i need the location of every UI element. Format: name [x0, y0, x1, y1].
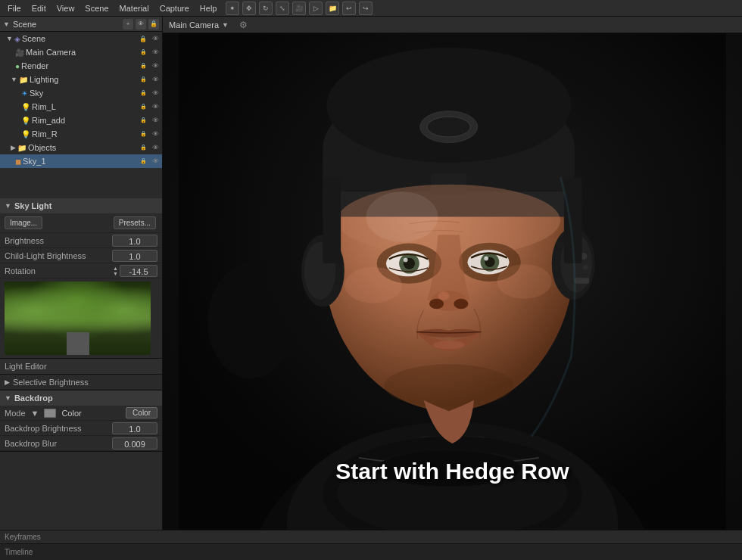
- scene-tree-expand-icon: ▼: [3, 20, 10, 28]
- rim-r-eye-icon[interactable]: 👁: [150, 129, 161, 139]
- brightness-label: Brightness: [5, 236, 112, 245]
- selective-brightness-row[interactable]: ▶ Selective Brightness: [0, 375, 162, 390]
- rim-l-eye-icon[interactable]: 👁: [150, 101, 161, 112]
- rotation-row: Rotation ▲ ▼ -14.5: [0, 263, 162, 278]
- viewport-settings-icon[interactable]: ⚙: [238, 19, 250, 31]
- svg-point-38: [497, 264, 551, 299]
- toolbar-icon-4[interactable]: ⤡: [276, 2, 289, 15]
- rim-add-eye-icon[interactable]: 👁: [150, 115, 161, 126]
- toolbar-icon-7[interactable]: 📁: [326, 2, 339, 15]
- tree-add-icon[interactable]: +: [123, 19, 133, 30]
- tree-item-main-camera[interactable]: 🎥 Main Camera 🔒 👁: [0, 45, 162, 59]
- brightness-row: Brightness 1.0: [0, 233, 162, 248]
- backdrop-header[interactable]: ▼ Backdrop: [0, 390, 162, 406]
- tree-item-objects[interactable]: ▶ 📁 Objects 🔒 👁: [0, 141, 162, 154]
- svg-point-44: [366, 191, 438, 242]
- tree-item-sky-label: Sky: [30, 89, 43, 98]
- svg-point-35: [454, 299, 468, 309]
- tree-item-sky-1[interactable]: ◼ Sky_1 🔒 👁: [0, 154, 162, 168]
- rotation-value[interactable]: -14.5: [120, 265, 157, 277]
- bottom-area: Keyframes Timeline: [0, 530, 742, 560]
- viewport-title-text: Main Camera: [169, 20, 219, 30]
- render-eye-icon[interactable]: 👁: [150, 61, 161, 71]
- backdrop-blur-value[interactable]: 0.009: [112, 437, 157, 450]
- sky-light-header[interactable]: ▼ Sky Light: [0, 198, 162, 213]
- toolbar-icon-1[interactable]: ✦: [226, 2, 239, 15]
- tree-item-rim-l[interactable]: 💡 Rim_L 🔒 👁: [0, 100, 162, 114]
- toolbar-icon-8[interactable]: ↩: [342, 2, 356, 15]
- camera-eye-icon[interactable]: 👁: [150, 47, 161, 58]
- menu-edit[interactable]: Edit: [27, 2, 51, 14]
- presets-button[interactable]: Presets...: [114, 216, 156, 229]
- menu-view[interactable]: View: [52, 2, 80, 14]
- menu-material[interactable]: Material: [115, 2, 154, 14]
- backdrop-blur-row: Backdrop Blur 0.009: [0, 436, 162, 451]
- sky-eye-icon[interactable]: 👁: [150, 88, 161, 98]
- color-button[interactable]: Color: [126, 407, 157, 418]
- objects-eye-icon[interactable]: 👁: [150, 142, 161, 153]
- viewport-title: Main Camera ▼: [169, 20, 229, 30]
- scene-eye-icon[interactable]: 👁: [150, 33, 161, 44]
- spinner-down-arrow[interactable]: ▼: [113, 271, 118, 276]
- sky-light-arrow: ▼: [5, 202, 11, 210]
- image-button[interactable]: Image...: [5, 216, 42, 229]
- svg-point-45: [207, 263, 294, 378]
- tree-item-render[interactable]: ● Render 🔒 👁: [0, 59, 162, 73]
- tree-eye-icon[interactable]: 👁: [136, 19, 146, 30]
- toolbar-icon-9[interactable]: ↪: [359, 2, 373, 15]
- color-swatch[interactable]: [44, 409, 56, 418]
- tree-item-rim-add[interactable]: 💡 Rim_add 🔒 👁: [0, 114, 162, 127]
- rim-r-icon: 💡: [21, 130, 30, 138]
- tree-item-rim-add-label: Rim_add: [32, 116, 65, 125]
- tree-item-rim-r[interactable]: 💡 Rim_R 🔒 👁: [0, 127, 162, 141]
- tree-item-scene[interactable]: ▼ ◈ Scene 🔒 👁: [0, 32, 162, 45]
- backdrop-arrow: ▼: [5, 394, 11, 402]
- viewport-title-arrow: ▼: [222, 21, 229, 29]
- toolbar-icon-6[interactable]: ▷: [309, 2, 323, 15]
- left-panel: ▼ Scene + 👁 🔒 ▼ ◈ Scene 🔒 👁: [0, 17, 163, 530]
- svg-point-13: [427, 117, 470, 137]
- spinner-up-arrow[interactable]: ▲: [113, 266, 118, 271]
- svg-point-37: [344, 267, 402, 303]
- svg-rect-21: [575, 278, 589, 284]
- lighting-expand-arrow: ▼: [11, 76, 17, 83]
- mode-label: Mode: [5, 409, 26, 418]
- tree-lock-icon[interactable]: 🔒: [148, 19, 159, 30]
- tree-item-lighting[interactable]: ▼ 📁 Lighting 🔒 👁: [0, 73, 162, 86]
- menu-file[interactable]: File: [3, 2, 26, 14]
- objects-folder-icon: 📁: [17, 144, 26, 152]
- character-svg: [163, 33, 742, 530]
- tree-item-lighting-label: Lighting: [30, 75, 59, 84]
- svg-point-40: [384, 364, 513, 407]
- render-icon: ●: [15, 62, 20, 70]
- lighting-folder-icon: 📁: [19, 76, 28, 84]
- tree-item-sky1-label: Sky_1: [23, 157, 46, 166]
- backdrop-brightness-value[interactable]: 1.0: [112, 422, 157, 434]
- toolbar-icon-2[interactable]: ✥: [242, 2, 256, 15]
- menu-capture[interactable]: Capture: [155, 2, 194, 14]
- rim-add-lock-icon: 🔒: [138, 115, 148, 126]
- tree-item-camera-label: Main Camera: [26, 48, 76, 57]
- menu-help[interactable]: Help: [195, 2, 222, 14]
- sky-icon: ☀: [21, 89, 28, 98]
- lighting-eye-icon[interactable]: 👁: [150, 74, 161, 85]
- keyframes-label: Keyframes: [5, 533, 41, 541]
- child-light-value[interactable]: 1.0: [112, 250, 157, 262]
- sky-lock-icon: 🔒: [138, 88, 148, 98]
- tree-item-objects-label: Objects: [28, 143, 56, 152]
- sky1-eye-icon[interactable]: 👁: [150, 156, 161, 166]
- tree-item-sky[interactable]: ☀ Sky 🔒 👁: [0, 86, 162, 100]
- mode-row: Mode ▼ Color Color: [0, 406, 162, 421]
- scene-lock-icon: 🔒: [138, 33, 148, 44]
- toolbar-icon-3[interactable]: ↻: [259, 2, 273, 15]
- toolbar-icon-5[interactable]: 🎥: [292, 2, 306, 15]
- brightness-value[interactable]: 1.0: [112, 235, 157, 247]
- rotation-label: Rotation: [5, 266, 113, 275]
- menu-scene[interactable]: Scene: [80, 2, 113, 14]
- sky1-lock-icon: 🔒: [138, 156, 148, 166]
- tree-item-scene-label: Scene: [22, 34, 45, 43]
- mode-value-label: Color: [61, 409, 81, 418]
- viewport: Main Camera ▼ ⚙: [163, 17, 742, 530]
- svg-point-39: [433, 341, 465, 349]
- scene-tree: ▼ Scene + 👁 🔒 ▼ ◈ Scene 🔒 👁: [0, 17, 162, 198]
